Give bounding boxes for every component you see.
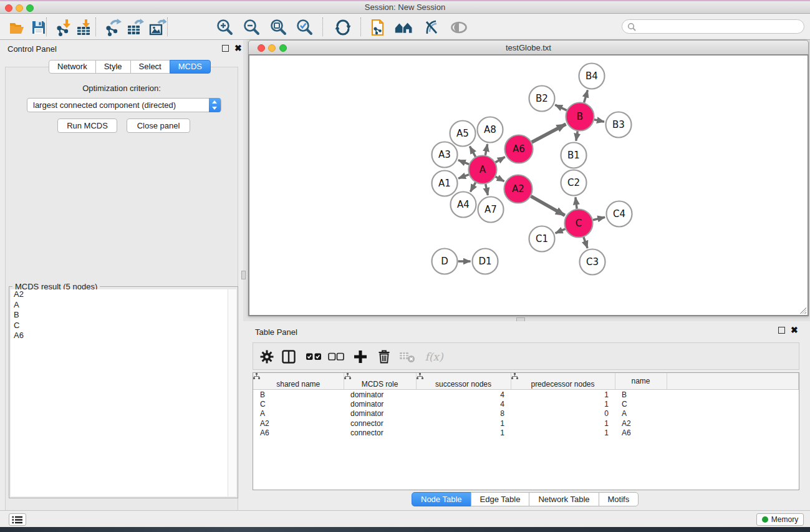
zoom-out-icon[interactable] [242, 17, 262, 37]
graph-node-A2[interactable]: A2 [504, 175, 533, 203]
function-builder-icon[interactable]: f(x) [423, 349, 445, 365]
table-row[interactable]: A6connector11A6 [253, 428, 799, 438]
close-panel-icon[interactable]: ✖ [234, 43, 242, 53]
table-cell[interactable]: 1 [511, 428, 615, 438]
tab-node-table[interactable]: Node Table [412, 492, 471, 506]
graph-edge-A6-B[interactable] [532, 124, 566, 142]
table-cell[interactable]: A2 [253, 418, 344, 428]
tab-mcds[interactable]: MCDS [170, 60, 211, 74]
tab-select[interactable]: Select [130, 60, 170, 74]
graph-node-A6[interactable]: A6 [505, 135, 533, 163]
column-header-name[interactable]: name [615, 373, 667, 390]
result-item[interactable]: A [11, 300, 228, 311]
table-row[interactable]: Cdominator41C [253, 399, 799, 409]
split-view-icon[interactable] [281, 349, 297, 365]
graph-edge-B-B2[interactable] [555, 105, 567, 110]
table-cell[interactable]: 4 [416, 399, 511, 409]
graph-node-B[interactable]: B [566, 103, 594, 131]
show-hide-graphics-icon[interactable] [449, 17, 469, 37]
home-icon[interactable] [393, 17, 413, 37]
float-panel-icon[interactable] [222, 44, 229, 54]
settings-icon[interactable] [259, 349, 275, 365]
table-row[interactable]: Adominator80A [253, 409, 799, 419]
table-cell[interactable]: 1 [416, 418, 511, 428]
search-box[interactable] [622, 19, 804, 34]
export-table-icon[interactable] [125, 17, 145, 37]
table-cell[interactable]: connector [344, 428, 416, 438]
table-cell[interactable]: A [615, 409, 667, 419]
vertical-split-handle[interactable] [241, 271, 246, 279]
graph-node-A4[interactable]: A4 [451, 192, 476, 218]
graph-edge-C-C1[interactable] [556, 229, 566, 233]
refresh-layout-icon[interactable] [333, 17, 353, 37]
network-view-window[interactable]: testGlobe.txt B4B2BB3A5A8A6A3B1AA1C2A2A4… [248, 40, 809, 316]
graph-node-C3[interactable]: C3 [580, 249, 605, 275]
graph-edge-A-A1[interactable] [458, 175, 469, 178]
graph-node-C4[interactable]: C4 [607, 201, 632, 227]
table-cell[interactable]: dominator [344, 409, 416, 419]
table-cell[interactable]: A2 [615, 418, 667, 428]
select-all-columns-icon[interactable] [306, 349, 322, 365]
zoom-in-icon[interactable] [215, 17, 235, 37]
graph-node-A1[interactable]: A1 [432, 171, 458, 196]
tab-network[interactable]: Network [49, 60, 96, 74]
graph-edge-A-A6[interactable] [495, 157, 504, 163]
zoom-fit-icon[interactable] [269, 17, 289, 37]
graph-edge-A-A2[interactable] [496, 177, 504, 181]
table-cell[interactable]: dominator [344, 399, 416, 409]
graph-edge-A-A5[interactable] [470, 147, 475, 157]
mcds-result-list[interactable]: A2ABCA6 [11, 289, 228, 496]
graph-edge-C-C3[interactable] [584, 237, 587, 248]
graph-node-B2[interactable]: B2 [529, 86, 555, 112]
window-resize-grip[interactable] [799, 306, 806, 314]
graph-node-D1[interactable]: D1 [473, 249, 498, 274]
search-input[interactable] [640, 21, 799, 32]
graph-edge-C-C4[interactable] [593, 217, 605, 220]
clone-network-icon[interactable] [367, 17, 387, 37]
table-cell[interactable]: 1 [511, 399, 615, 409]
open-session-icon[interactable] [7, 17, 27, 37]
zoom-selected-icon[interactable] [295, 17, 315, 37]
column-header-MCDS-role[interactable]: MCDS role [344, 373, 416, 390]
table-cell[interactable]: 0 [511, 409, 615, 419]
table-row[interactable]: Bdominator41B [253, 390, 799, 400]
graph-node-C[interactable]: C [565, 210, 593, 238]
table-cell[interactable]: C [253, 399, 344, 409]
table-cell[interactable]: A6 [253, 428, 344, 438]
graph-node-B1[interactable]: B1 [561, 143, 587, 168]
close-table-panel-icon[interactable]: ✖ [791, 325, 798, 335]
hide-annotations-icon[interactable] [421, 17, 441, 37]
column-header-shared-name[interactable]: shared name [253, 373, 344, 390]
network-canvas[interactable]: B4B2BB3A5A8A6A3B1AA1C2A2A4A7C4CC1C3DD1 [248, 54, 809, 316]
graph-edge-A-A8[interactable] [485, 144, 487, 155]
close-panel-button[interactable]: Close panel [127, 118, 190, 133]
result-item[interactable]: A6 [11, 331, 228, 341]
table-cell[interactable]: 8 [416, 409, 511, 419]
export-network-icon[interactable] [103, 17, 123, 37]
graph-edge-B-B4[interactable] [584, 90, 588, 103]
table-cell[interactable]: 1 [511, 418, 615, 428]
tab-edge-table[interactable]: Edge Table [471, 492, 530, 506]
add-column-icon[interactable] [352, 349, 369, 365]
column-header-successor-nodes[interactable]: successor nodes [416, 373, 511, 390]
table-cell[interactable]: connector [344, 418, 416, 428]
table-cell[interactable]: 1 [511, 390, 615, 400]
graph-node-A[interactable]: A [469, 156, 497, 184]
table-cell[interactable]: 4 [416, 390, 511, 400]
graph-node-A8[interactable]: A8 [478, 117, 503, 143]
run-mcds-button[interactable]: Run MCDS [57, 118, 117, 133]
table-cell[interactable]: A6 [615, 428, 667, 438]
graph-node-A7[interactable]: A7 [478, 197, 504, 223]
memory-button[interactable]: Memory [756, 513, 804, 526]
graph-edge-B-B3[interactable] [594, 120, 604, 122]
tab-style[interactable]: Style [95, 60, 131, 74]
criterion-dropdown[interactable]: largest connected component (directed) [27, 98, 221, 112]
table-cell[interactable]: B [253, 390, 344, 400]
task-history-button[interactable] [9, 513, 26, 526]
table-row[interactable]: A2connector11A2 [253, 418, 799, 428]
import-table-icon[interactable] [74, 17, 94, 37]
result-list-scrollbar[interactable] [228, 289, 236, 496]
result-item[interactable]: C [11, 321, 228, 331]
graph-edge-A-A3[interactable] [458, 160, 469, 165]
node-table[interactable]: shared nameMCDS rolesuccessor nodesprede… [253, 372, 799, 490]
